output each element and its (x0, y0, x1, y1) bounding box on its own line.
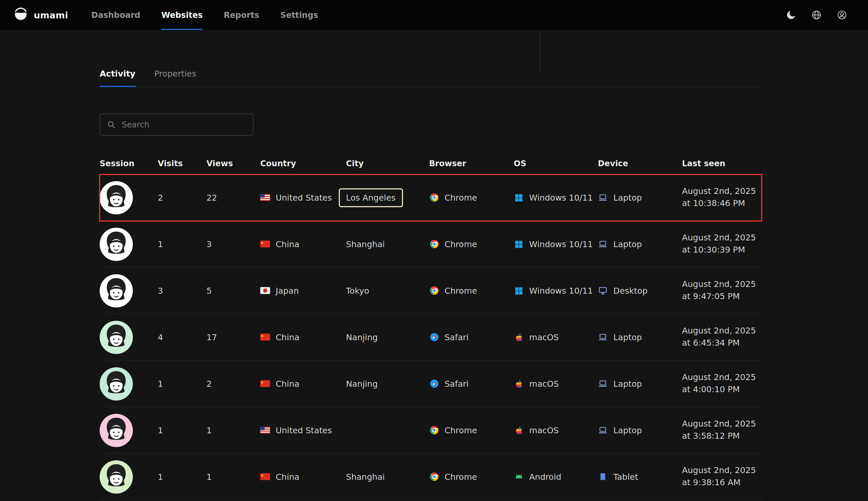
city-value: Nanjing (346, 332, 378, 342)
browser-value: Chrome (444, 193, 477, 203)
device-value: Tablet (613, 472, 638, 482)
browser-value: Safari (444, 379, 469, 389)
last-seen-value: August 2nd, 2025 at 9:47:05 PM (682, 279, 762, 302)
country-value: United States (276, 425, 332, 435)
page: umami DashboardWebsitesReportsSettings A… (0, 0, 868, 501)
os-icon (514, 286, 524, 295)
brand[interactable]: umami (13, 0, 68, 30)
os-value: macOS (529, 332, 559, 342)
header-actions (782, 0, 851, 30)
device-value: Laptop (613, 332, 642, 342)
search-box (100, 114, 254, 136)
table-header: SessionVisitsViewsCountryCityBrowserOSDe… (100, 152, 762, 174)
session-avatar (100, 321, 133, 354)
device-icon (598, 286, 608, 296)
os-icon (514, 426, 524, 435)
nav-item-reports[interactable]: Reports (224, 0, 259, 30)
browser-icon (429, 426, 439, 435)
browser-icon (429, 286, 439, 295)
views-value: 5 (206, 286, 260, 296)
device-value: Laptop (613, 425, 642, 435)
country-flag-icon (260, 194, 270, 201)
city-value: Nanjing (346, 379, 378, 389)
table-row[interactable]: 1 2 China Nanjing Safari macOS Laptop Au… (100, 361, 762, 407)
views-value: 17 (206, 332, 260, 342)
views-value: 1 (206, 472, 260, 482)
umami-logo-icon (13, 7, 28, 23)
column-header-device: Device (598, 159, 682, 168)
os-value: Android (529, 472, 561, 482)
profile-button[interactable] (833, 6, 851, 24)
device-icon (598, 425, 608, 435)
browser-value: Chrome (444, 239, 477, 249)
search-input[interactable] (121, 120, 246, 130)
visits-value: 1 (158, 379, 207, 389)
visits-value: 1 (158, 425, 207, 435)
language-button[interactable] (807, 6, 826, 24)
device-icon (598, 379, 608, 389)
table-row[interactable]: 3 5 Japan Tokyo Chrome Windows 10/11 Des… (100, 268, 762, 314)
country-value: China (276, 379, 299, 389)
nav-item-dashboard[interactable]: Dashboard (91, 0, 141, 30)
table-row[interactable]: 1 1 China Shanghai Chrome Android Tablet… (100, 454, 762, 500)
sessions-table: SessionVisitsViewsCountryCityBrowserOSDe… (100, 152, 762, 500)
table-row[interactable]: 2 22 United States Los Angeles Chrome Wi… (100, 174, 762, 221)
session-avatar (100, 227, 133, 261)
os-value: macOS (529, 425, 559, 435)
browser-icon (429, 239, 439, 249)
visits-value: 1 (158, 239, 207, 249)
country-value: China (276, 472, 299, 482)
views-value: 3 (206, 239, 260, 249)
country-flag-icon (260, 287, 270, 294)
last-seen-value: August 2nd, 2025 at 3:58:12 PM (682, 418, 762, 442)
session-avatar (100, 274, 133, 307)
device-icon (598, 193, 608, 203)
column-header-city: City (346, 159, 429, 168)
os-value: macOS (529, 379, 559, 389)
column-header-session: Session (100, 159, 158, 168)
tab-properties[interactable]: Properties (154, 69, 196, 87)
column-header-country: Country (260, 159, 346, 168)
person-icon (836, 9, 848, 20)
visits-value: 2 (158, 193, 207, 203)
column-header-last-seen: Last seen (682, 159, 762, 168)
country-flag-icon (260, 473, 270, 480)
table-row[interactable]: 4 17 China Nanjing Safari macOS Laptop A… (100, 314, 762, 361)
nav-item-settings[interactable]: Settings (280, 0, 318, 30)
content: ActivityProperties SessionVisitsViewsCou… (100, 69, 762, 500)
city-value: Tokyo (346, 286, 369, 296)
city-value: Shanghai (346, 239, 385, 249)
country-flag-icon (260, 427, 270, 434)
last-seen-value: August 2nd, 2025 at 10:30:39 PM (682, 232, 762, 256)
os-value: Windows 10/11 (529, 239, 593, 249)
device-icon (598, 332, 608, 342)
browser-icon (429, 332, 439, 342)
device-value: Laptop (613, 239, 642, 249)
table-row[interactable]: 1 1 United States Chrome macOS Laptop Au… (100, 407, 762, 454)
country-flag-icon (260, 380, 270, 387)
column-header-views: Views (206, 159, 260, 168)
last-seen-value: August 2nd, 2025 at 6:45:34 PM (682, 325, 762, 349)
os-icon (514, 239, 524, 248)
session-avatar (100, 460, 133, 493)
nav-item-websites[interactable]: Websites (162, 0, 203, 30)
panel-divider (540, 30, 540, 73)
views-value: 2 (206, 379, 260, 389)
browser-icon (429, 379, 439, 388)
browser-value: Chrome (444, 286, 477, 296)
column-header-browser: Browser (429, 159, 514, 168)
last-seen-value: August 2nd, 2025 at 10:38:46 PM (682, 185, 762, 209)
tab-activity[interactable]: Activity (100, 69, 136, 87)
device-value: Laptop (613, 379, 642, 389)
search-icon (107, 120, 116, 129)
top-nav-bar: umami DashboardWebsitesReportsSettings (0, 0, 868, 30)
device-icon (598, 472, 608, 481)
city-value: Los Angeles (339, 188, 403, 207)
brand-name: umami (34, 10, 68, 20)
theme-toggle-button[interactable] (782, 6, 801, 24)
visits-value: 1 (158, 472, 207, 482)
tab-bar: ActivityProperties (100, 69, 762, 87)
table-row[interactable]: 1 3 China Shanghai Chrome Windows 10/11 … (100, 221, 762, 268)
column-header-os: OS (514, 159, 598, 168)
country-flag-icon (260, 241, 270, 248)
